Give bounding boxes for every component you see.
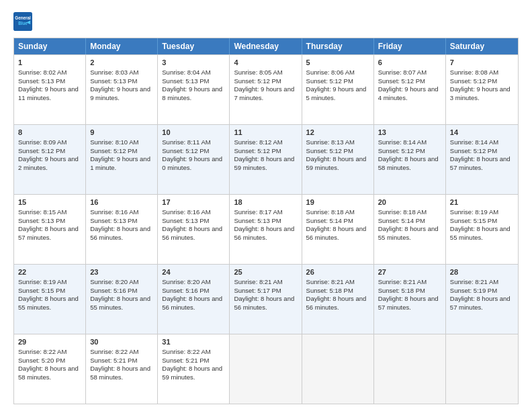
day-number: 6 xyxy=(378,58,441,68)
day-cell-12: 12Sunrise: 8:13 AMSunset: 5:12 PMDayligh… xyxy=(302,125,374,194)
header-day-sunday: Sunday xyxy=(14,38,86,54)
day-cell-26: 26Sunrise: 8:21 AMSunset: 5:18 PMDayligh… xyxy=(302,265,374,334)
sunrise-label: Sunrise: 8:16 AM xyxy=(162,208,210,216)
sunset-label: Sunset: 5:13 PM xyxy=(162,217,209,224)
day-number: 30 xyxy=(90,337,153,347)
day-cell-31: 31Sunrise: 8:22 AMSunset: 5:21 PMDayligh… xyxy=(158,334,230,404)
day-cell-20: 20Sunrise: 8:18 AMSunset: 5:14 PMDayligh… xyxy=(374,195,446,264)
day-number: 11 xyxy=(234,128,297,138)
sunset-label: Sunset: 5:14 PM xyxy=(306,217,353,224)
sunset-label: Sunset: 5:14 PM xyxy=(378,217,425,224)
sunrise-label: Sunrise: 8:15 AM xyxy=(18,208,66,216)
day-number: 8 xyxy=(18,128,81,138)
sunrise-label: Sunrise: 8:07 AM xyxy=(378,68,427,76)
day-cell-13: 13Sunrise: 8:14 AMSunset: 5:12 PMDayligh… xyxy=(374,125,446,194)
day-cell-4: 4Sunrise: 8:05 AMSunset: 5:12 PMDaylight… xyxy=(230,55,302,124)
daylight-label: Daylight: 8 hours and 56 minutes. xyxy=(234,295,294,311)
daylight-label: Daylight: 8 hours and 57 minutes. xyxy=(18,225,79,241)
day-number: 16 xyxy=(90,197,153,208)
sunrise-label: Sunrise: 8:22 AM xyxy=(18,348,66,355)
daylight-label: Daylight: 9 hours and 0 minutes. xyxy=(162,155,222,171)
calendar-week-1: 1Sunrise: 8:02 AMSunset: 5:13 PMDaylight… xyxy=(14,54,518,124)
day-number: 2 xyxy=(90,58,153,68)
daylight-label: Daylight: 8 hours and 57 minutes. xyxy=(450,155,511,171)
day-number: 1 xyxy=(18,58,81,68)
day-number: 9 xyxy=(90,128,153,138)
sunrise-label: Sunrise: 8:21 AM xyxy=(306,278,355,285)
day-cell-25: 25Sunrise: 8:21 AMSunset: 5:17 PMDayligh… xyxy=(230,265,302,334)
sunset-label: Sunset: 5:13 PM xyxy=(234,217,281,224)
sunset-label: Sunset: 5:15 PM xyxy=(18,287,65,294)
sunset-label: Sunset: 5:13 PM xyxy=(18,217,65,224)
sunset-label: Sunset: 5:20 PM xyxy=(18,357,65,364)
sunrise-label: Sunrise: 8:12 AM xyxy=(234,138,282,146)
calendar-body: 1Sunrise: 8:02 AMSunset: 5:13 PMDaylight… xyxy=(14,54,518,404)
svg-text:General: General xyxy=(15,15,31,20)
day-number: 20 xyxy=(378,197,441,208)
sunrise-label: Sunrise: 8:21 AM xyxy=(234,278,282,285)
daylight-label: Daylight: 8 hours and 56 minutes. xyxy=(90,225,150,241)
day-cell-1: 1Sunrise: 8:02 AMSunset: 5:13 PMDaylight… xyxy=(14,55,86,124)
daylight-label: Daylight: 8 hours and 55 minutes. xyxy=(18,295,79,311)
sunset-label: Sunset: 5:21 PM xyxy=(90,357,137,364)
sunset-label: Sunset: 5:12 PM xyxy=(90,147,137,154)
day-number: 19 xyxy=(306,197,369,208)
sunrise-label: Sunrise: 8:04 AM xyxy=(162,68,210,76)
daylight-label: Daylight: 8 hours and 55 minutes. xyxy=(90,295,150,311)
sunset-label: Sunset: 5:12 PM xyxy=(450,77,497,85)
day-cell-8: 8Sunrise: 8:09 AMSunset: 5:12 PMDaylight… xyxy=(14,125,86,194)
day-cell-7: 7Sunrise: 8:08 AMSunset: 5:12 PMDaylight… xyxy=(446,55,518,124)
header-day-wednesday: Wednesday xyxy=(230,38,302,54)
sunrise-label: Sunrise: 8:02 AM xyxy=(18,68,66,76)
daylight-label: Daylight: 9 hours and 7 minutes. xyxy=(234,85,294,101)
sunrise-label: Sunrise: 8:17 AM xyxy=(234,208,282,216)
daylight-label: Daylight: 9 hours and 1 minute. xyxy=(90,155,150,171)
calendar-header: SundayMondayTuesdayWednesdayThursdayFrid… xyxy=(14,38,518,54)
logo: General Blue xyxy=(13,12,34,31)
daylight-label: Daylight: 8 hours and 59 minutes. xyxy=(162,365,222,381)
day-cell-17: 17Sunrise: 8:16 AMSunset: 5:13 PMDayligh… xyxy=(158,195,230,264)
calendar-week-2: 8Sunrise: 8:09 AMSunset: 5:12 PMDaylight… xyxy=(14,124,518,194)
daylight-label: Daylight: 8 hours and 56 minutes. xyxy=(306,295,367,311)
header-day-monday: Monday xyxy=(86,38,158,54)
daylight-label: Daylight: 8 hours and 56 minutes. xyxy=(162,295,222,311)
empty-cell xyxy=(374,334,446,404)
day-cell-22: 22Sunrise: 8:19 AMSunset: 5:15 PMDayligh… xyxy=(14,265,86,334)
day-number: 29 xyxy=(18,337,81,347)
sunrise-label: Sunrise: 8:20 AM xyxy=(162,278,210,285)
header-day-tuesday: Tuesday xyxy=(158,38,230,54)
day-number: 4 xyxy=(234,58,297,68)
sunrise-label: Sunrise: 8:13 AM xyxy=(306,138,355,146)
calendar-page: General Blue SundayMondayTuesdayWednesda… xyxy=(0,0,532,411)
daylight-label: Daylight: 9 hours and 11 minutes. xyxy=(18,85,79,101)
sunrise-label: Sunrise: 8:03 AM xyxy=(90,68,138,76)
daylight-label: Daylight: 9 hours and 5 minutes. xyxy=(306,85,367,101)
day-cell-5: 5Sunrise: 8:06 AMSunset: 5:12 PMDaylight… xyxy=(302,55,374,124)
daylight-label: Daylight: 8 hours and 58 minutes. xyxy=(90,365,150,381)
day-cell-24: 24Sunrise: 8:20 AMSunset: 5:16 PMDayligh… xyxy=(158,265,230,334)
daylight-label: Daylight: 8 hours and 58 minutes. xyxy=(378,155,439,171)
sunrise-label: Sunrise: 8:06 AM xyxy=(306,68,355,76)
daylight-label: Daylight: 8 hours and 57 minutes. xyxy=(450,295,511,311)
day-cell-21: 21Sunrise: 8:19 AMSunset: 5:15 PMDayligh… xyxy=(446,195,518,264)
sunset-label: Sunset: 5:12 PM xyxy=(234,147,281,154)
day-number: 26 xyxy=(306,267,369,277)
sunrise-label: Sunrise: 8:19 AM xyxy=(450,208,498,216)
day-cell-16: 16Sunrise: 8:16 AMSunset: 5:13 PMDayligh… xyxy=(86,195,158,264)
day-number: 7 xyxy=(450,58,514,68)
daylight-label: Daylight: 8 hours and 57 minutes. xyxy=(378,295,439,311)
day-cell-9: 9Sunrise: 8:10 AMSunset: 5:12 PMDaylight… xyxy=(86,125,158,194)
svg-text:Blue: Blue xyxy=(18,21,28,26)
sunset-label: Sunset: 5:17 PM xyxy=(234,287,281,294)
daylight-label: Daylight: 9 hours and 8 minutes. xyxy=(162,85,222,101)
sunset-label: Sunset: 5:12 PM xyxy=(234,77,281,85)
daylight-label: Daylight: 9 hours and 2 minutes. xyxy=(18,155,79,171)
sunset-label: Sunset: 5:12 PM xyxy=(18,147,65,154)
day-number: 14 xyxy=(450,128,514,138)
sunset-label: Sunset: 5:18 PM xyxy=(306,287,353,294)
day-number: 10 xyxy=(162,128,225,138)
sunrise-label: Sunrise: 8:19 AM xyxy=(18,278,66,285)
daylight-label: Daylight: 9 hours and 9 minutes. xyxy=(90,85,150,101)
sunset-label: Sunset: 5:18 PM xyxy=(378,287,425,294)
day-number: 15 xyxy=(18,197,81,208)
